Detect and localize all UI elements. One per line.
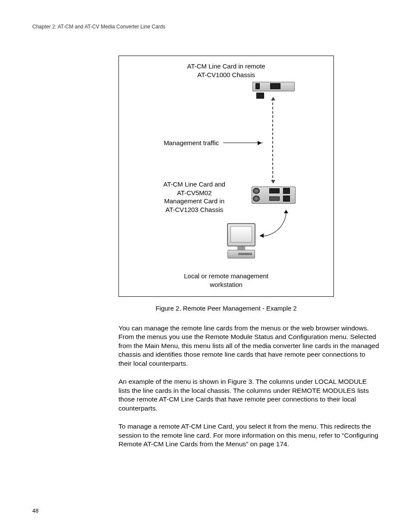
workstation-link-arrow — [260, 210, 286, 236]
workstation-icon — [226, 223, 257, 258]
paragraph-3: To manage a remote AT-CM Line Card, you … — [118, 422, 379, 448]
figure-label-mid: AT-CM Line Card andAT-CV5M02Management C… — [145, 180, 244, 214]
page-number: 48 — [32, 507, 38, 514]
body-text: You can manage the remote line cards fro… — [118, 324, 379, 448]
paragraph-2: An example of the menu is shown in Figur… — [118, 377, 379, 413]
figure-label-top: AT-CM Line Card in remoteAT-CV1000 Chass… — [119, 62, 333, 79]
figure-label-bottom: Local or remote managementworkstation — [119, 272, 333, 289]
mgmt-traffic-arrow — [223, 143, 263, 143]
local-chassis-icon — [252, 187, 296, 204]
management-traffic-link — [272, 98, 273, 182]
figure-label-mgmt: Management traffic — [146, 139, 219, 147]
chapter-header: Chapter 2: AT-CM and AT-CV Media Convert… — [32, 24, 379, 30]
remote-chassis-icon — [252, 82, 295, 91]
paragraph-1: You can manage the remote line cards fro… — [118, 324, 379, 368]
arrowhead-left-icon — [258, 233, 264, 238]
figure-caption: Figure 2. Remote Peer Management - Examp… — [118, 305, 334, 312]
figure-diagram: AT-CM Line Card in remoteAT-CV1000 Chass… — [118, 56, 334, 297]
